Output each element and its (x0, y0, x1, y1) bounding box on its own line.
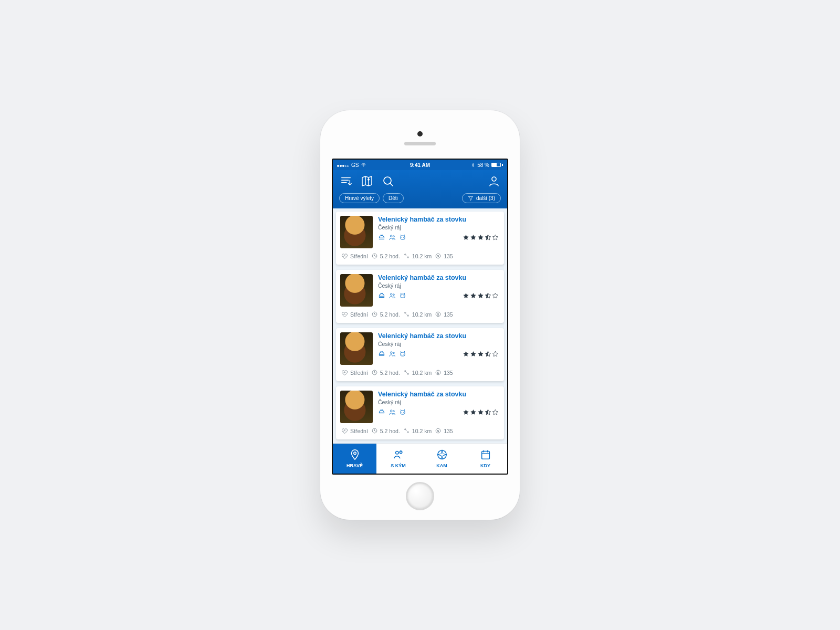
rating-stars (463, 234, 499, 241)
distance-label: 10.2 km (412, 428, 432, 434)
card-region: Český ráj (378, 399, 499, 405)
price-label: 135 (444, 311, 453, 318)
chip-hrave-vylety[interactable]: Hravé výlety (339, 193, 380, 203)
results-list[interactable]: Velenický hambáč za stovku Český ráj Stř… (333, 208, 507, 443)
difficulty-label: Střední (350, 428, 368, 434)
star-icon (485, 351, 491, 358)
chip-deti[interactable]: Děti (383, 193, 404, 203)
svg-point-48 (395, 452, 398, 455)
svg-point-14 (391, 293, 393, 296)
filter-button[interactable]: další (3) (462, 193, 501, 203)
star-icon (463, 292, 469, 299)
difficulty-icon (341, 253, 348, 259)
distance-label: 10.2 km (412, 253, 432, 259)
result-card[interactable]: Velenický hambáč za stovku Český ráj Stř… (336, 212, 504, 265)
duration-label: 5.2 hod. (380, 428, 400, 434)
result-card[interactable]: Velenický hambáč za stovku Český ráj Stř… (336, 328, 504, 381)
star-icon (492, 292, 499, 299)
svg-point-28 (402, 354, 402, 354)
star-icon (477, 409, 484, 416)
search-icon[interactable] (381, 174, 395, 188)
svg-point-1 (384, 177, 391, 184)
clock-icon (371, 311, 378, 318)
battery-icon (491, 163, 503, 167)
tab-kam[interactable]: KAM (420, 444, 464, 474)
sort-icon[interactable] (339, 174, 353, 188)
pet-icon (399, 292, 406, 299)
difficulty-label: Střední (350, 311, 368, 318)
star-icon (470, 292, 477, 299)
duration-label: 5.2 hod. (380, 311, 400, 318)
chip-row: Hravé výlety Děti další (3) (339, 188, 501, 208)
svg-rect-51 (481, 452, 489, 459)
svg-point-29 (403, 354, 404, 354)
tab-label: KAM (436, 463, 447, 468)
food-icon (378, 350, 385, 358)
svg-point-3 (391, 235, 393, 237)
header: Hravé výlety Děti další (3) (333, 170, 507, 208)
distance-icon (403, 427, 410, 434)
home-button[interactable] (406, 482, 434, 510)
tab-label: KDY (480, 463, 490, 468)
clock: 9:41 AM (410, 162, 430, 168)
card-thumbnail (340, 391, 373, 423)
svg-rect-27 (401, 352, 405, 356)
compass-icon (436, 449, 448, 461)
card-title: Velenický hambáč za stovku (378, 391, 499, 398)
food-icon (378, 292, 385, 299)
tab-kdy[interactable]: KDY (464, 444, 507, 474)
bottom-tabbar: HRAVĚ S KÝM KAM KDY (333, 443, 507, 474)
svg-rect-16 (401, 294, 405, 298)
svg-point-40 (403, 412, 404, 413)
screen: GS 9:41 AM 58 % (332, 159, 508, 475)
svg-point-7 (403, 237, 404, 238)
tab-label: HRAVĚ (346, 463, 363, 468)
distance-icon (403, 311, 410, 318)
card-region: Český ráj (378, 282, 499, 289)
svg-point-18 (403, 296, 404, 296)
price-label: 135 (444, 253, 453, 259)
phone-device: GS 9:41 AM 58 % (320, 110, 520, 520)
filter-label: další (3) (476, 195, 495, 201)
star-icon (492, 409, 499, 416)
bluetooth-icon (471, 162, 475, 168)
result-card[interactable]: Velenický hambáč za stovku Český ráj Stř… (336, 270, 504, 323)
star-icon (470, 234, 477, 241)
food-icon (378, 408, 385, 416)
signal-dots-icon (337, 162, 349, 168)
clock-icon (371, 253, 378, 259)
carrier-label: GS (351, 162, 359, 168)
card-thumbnail (340, 274, 373, 307)
svg-point-0 (368, 179, 370, 181)
star-icon (485, 292, 491, 299)
star-icon (485, 234, 491, 241)
rating-stars (463, 351, 499, 358)
svg-point-39 (402, 412, 402, 413)
svg-point-26 (393, 352, 395, 354)
star-icon (492, 351, 499, 358)
svg-text:$: $ (437, 371, 439, 374)
result-card[interactable]: Velenický hambáč za stovku Český ráj Stř… (336, 386, 504, 439)
card-title: Velenický hambáč za stovku (378, 332, 499, 340)
map-icon[interactable] (360, 174, 374, 188)
svg-point-15 (393, 294, 395, 296)
rating-stars (463, 292, 499, 299)
price-label: 135 (444, 428, 453, 434)
people-icon (388, 234, 396, 241)
tab-hrave[interactable]: HRAVĚ (333, 444, 376, 474)
people-icon (388, 408, 396, 416)
star-icon (470, 351, 477, 358)
svg-rect-5 (401, 236, 405, 239)
difficulty-icon (341, 311, 348, 318)
tab-skym[interactable]: S KÝM (376, 444, 420, 474)
svg-text:$: $ (437, 429, 439, 433)
profile-icon[interactable] (487, 174, 501, 188)
distance-label: 10.2 km (412, 311, 432, 318)
star-icon (463, 351, 469, 358)
price-icon: $ (435, 311, 442, 318)
rating-stars (463, 409, 499, 416)
status-bar: GS 9:41 AM 58 % (333, 160, 507, 170)
tab-label: S KÝM (391, 463, 406, 468)
distance-label: 10.2 km (412, 370, 432, 376)
price-icon: $ (435, 369, 442, 376)
